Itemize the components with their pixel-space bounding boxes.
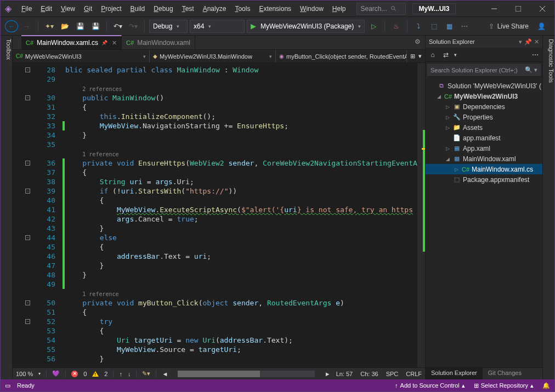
prev-issue-icon[interactable]: ↑ [119, 371, 122, 377]
fold-icon[interactable]: − [25, 300, 30, 305]
run-no-debug-button[interactable]: ▷ [367, 20, 380, 33]
fold-icon[interactable]: − [25, 319, 30, 324]
menu-test[interactable]: Test [178, 3, 199, 15]
tree-project[interactable]: ◢C#MyWebView2WinUI3 [426, 91, 542, 101]
lineend-indicator[interactable]: CRLF [406, 371, 422, 377]
hot-reload-icon[interactable]: ♨ [389, 20, 403, 33]
scroll-right-icon[interactable]: ► [325, 371, 331, 377]
status-ready: Ready [17, 382, 35, 389]
menu-view[interactable]: View [56, 3, 80, 15]
menu-help[interactable]: Help [328, 3, 350, 15]
liveshare-icon[interactable]: ⇪ [489, 22, 494, 30]
fold-icon[interactable]: − [25, 95, 30, 100]
fold-icon[interactable]: − [25, 67, 30, 72]
select-repository-button[interactable]: ⊞ Select Repository ▴ [474, 382, 534, 389]
solution-tree[interactable]: ⧉Solution 'MyWebView2WinUI3' ( ◢C#MyWebV… [426, 78, 542, 367]
step-into-icon[interactable]: ⬚ [427, 20, 440, 33]
menu-project[interactable]: Project [97, 3, 126, 15]
toolbox-panel-tab[interactable]: Toolbox [1, 36, 13, 379]
split-icon[interactable]: ⊞ [410, 53, 415, 60]
close-tab-icon[interactable]: ✕ [112, 39, 117, 47]
solution-search[interactable]: Search Solution Explorer (Ctrl+;) 🔍 ▾ [427, 64, 541, 77]
nav-back-button[interactable]: ← [5, 20, 18, 32]
overview-ruler[interactable] [417, 63, 425, 367]
toolbar-more-icon[interactable]: ⋯ [458, 20, 471, 33]
zoom-level[interactable]: 100 % [16, 371, 33, 377]
horizontal-scrollbar[interactable] [178, 371, 314, 377]
document-tab[interactable]: C#MainWindow.xaml.cs📌✕ [21, 35, 122, 49]
scroll-left-icon[interactable]: ◄ [162, 371, 168, 377]
tree-package[interactable]: ⬚Package.appxmanifest [426, 174, 542, 185]
nav-class-dropdown[interactable]: ◆MyWebView2WinUI3.MainWindow▾ [150, 50, 276, 63]
step-over-icon[interactable]: ⤵ [412, 20, 425, 33]
nav-fwd-button[interactable]: → [20, 20, 33, 33]
brush-icon[interactable]: ✎▾ [142, 370, 150, 377]
menu-window[interactable]: Window [296, 3, 328, 15]
fold-icon[interactable]: − [25, 161, 30, 166]
menu-extensions[interactable]: Extensions [254, 3, 296, 15]
output-icon[interactable]: ▭ [5, 382, 10, 389]
menu-file[interactable]: File [17, 3, 36, 15]
add-source-control-button[interactable]: ↑ Add to Source Control ▴ [395, 382, 465, 389]
tab-solution-explorer[interactable]: Solution Explorer [426, 368, 483, 379]
indent-indicator[interactable]: SPC [386, 371, 399, 377]
warning-icon[interactable] [92, 371, 99, 377]
more-icon[interactable]: ▾ [418, 53, 422, 60]
tree-appmanifest[interactable]: 📄app.manifest [426, 133, 542, 143]
new-project-button[interactable]: ✦▾ [43, 20, 56, 33]
nav-member-dropdown[interactable]: ◉myButton_Click(object sender, RoutedEve… [276, 50, 407, 63]
tree-solution[interactable]: ⧉Solution 'MyWebView2WinUI3' ( [426, 81, 542, 91]
menu-tools[interactable]: Tools [230, 3, 254, 15]
health-icon[interactable]: 💜 [52, 370, 60, 377]
tree-dependencies[interactable]: ▷▣Dependencies [426, 101, 542, 112]
minimize-button[interactable] [482, 1, 506, 17]
sln-sync-icon[interactable]: ⋯ [530, 50, 540, 60]
search-placeholder: Search... [360, 5, 387, 13]
close-button[interactable] [530, 1, 554, 17]
menu-build[interactable]: Build [126, 3, 150, 15]
nav-project-dropdown[interactable]: C#MyWebView2WinUI3▾ [13, 50, 150, 63]
tree-properties[interactable]: ▷🔧Properties [426, 112, 542, 122]
next-issue-icon[interactable]: ↓ [128, 371, 131, 377]
cs-file-icon: C# [126, 39, 134, 46]
sln-switch-icon[interactable]: ⇄ [441, 50, 451, 60]
platform-dropdown[interactable]: x64▾ [190, 20, 245, 33]
menu-debug[interactable]: Debug [149, 3, 177, 15]
char-indicator[interactable]: Ch: 36 [360, 371, 378, 377]
notifications-icon[interactable]: 🔔 [542, 382, 550, 389]
tree-assets[interactable]: ▷📁Assets [426, 122, 542, 133]
line-indicator[interactable]: Ln: 57 [336, 371, 353, 377]
error-icon[interactable]: ✕ [71, 371, 78, 377]
maximize-button[interactable] [506, 1, 530, 17]
redo-button[interactable]: ↷▾ [127, 20, 140, 33]
fold-icon[interactable]: − [25, 189, 30, 194]
undo-button[interactable]: ↶▾ [111, 20, 124, 33]
quick-search[interactable]: Search... [356, 3, 406, 15]
step-out-icon[interactable]: ▦ [443, 20, 456, 33]
tree-maincs[interactable]: ▷C#MainWindow.xaml.cs [426, 164, 542, 174]
pin-icon[interactable]: 📌 [101, 40, 107, 46]
tree-mainxaml[interactable]: ◢▦MainWindow.xaml [426, 154, 542, 164]
panel-pin-icon[interactable]: 📌 [524, 38, 532, 46]
menu-edit[interactable]: Edit [36, 3, 56, 15]
menu-git[interactable]: Git [80, 3, 97, 15]
tree-appxaml[interactable]: ▷▦App.xaml [426, 143, 542, 154]
panel-close-icon[interactable]: ✕ [534, 38, 539, 46]
open-button[interactable]: 📂 [58, 20, 71, 33]
document-tab[interactable]: C#MainWindow.xaml [122, 36, 195, 49]
sln-home-icon[interactable]: ⌂ [428, 50, 438, 60]
solution-explorer-title: Solution Explorer ▾ 📌 ✕ [426, 36, 542, 48]
menu-analyze[interactable]: Analyze [199, 3, 231, 15]
run-button[interactable]: ▶MyWebView2WinUI3 (Package)▾ [247, 20, 365, 33]
liveshare-label[interactable]: Live Share [497, 22, 529, 30]
tab-git-changes[interactable]: Git Changes [483, 368, 527, 379]
panel-dropdown-icon[interactable]: ▾ [519, 38, 522, 46]
config-dropdown[interactable]: Debug▾ [149, 20, 188, 33]
account-icon[interactable]: 👤 [537, 22, 546, 30]
save-button[interactable]: 💾 [73, 20, 87, 33]
save-all-button[interactable]: 💾 [89, 20, 102, 33]
code-editor[interactable]: −−−−−−− 2829 303132333435 36373839404142… [13, 63, 425, 367]
tab-options-icon[interactable]: ⚙ [410, 36, 425, 49]
fold-icon[interactable]: − [25, 235, 30, 240]
diagnostic-tools-tab[interactable]: Diagnostic Tools [542, 36, 554, 379]
